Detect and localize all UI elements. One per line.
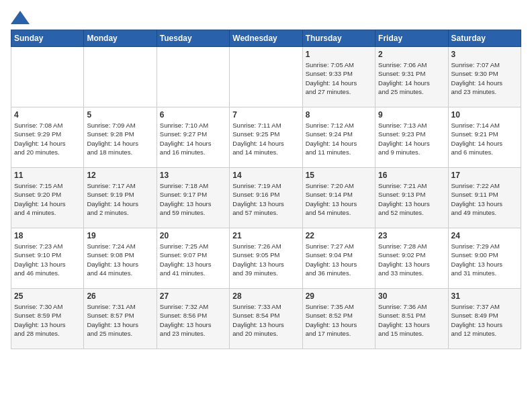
header-saturday: Saturday [448,30,521,47]
day-number: 7 [232,110,299,120]
calendar-cell: 29Sunrise: 7:35 AM Sunset: 8:52 PM Dayli… [302,289,375,349]
calendar-cell: 18Sunrise: 7:23 AM Sunset: 9:10 PM Dayli… [11,228,84,289]
day-number: 3 [451,50,518,59]
day-number: 9 [378,110,445,120]
header-tuesday: Tuesday [157,30,229,47]
day-info: Sunrise: 7:19 AM Sunset: 9:16 PM Dayligh… [232,181,299,217]
day-info: Sunrise: 7:18 AM Sunset: 9:17 PM Dayligh… [160,181,226,217]
day-number: 16 [378,171,445,180]
day-number: 12 [87,171,153,180]
calendar-cell: 5Sunrise: 7:09 AM Sunset: 9:28 PM Daylig… [84,107,157,168]
logo [11,11,32,24]
day-number: 30 [378,291,445,301]
calendar-cell: 20Sunrise: 7:25 AM Sunset: 9:07 PM Dayli… [157,228,229,289]
day-number: 29 [306,291,372,301]
day-info: Sunrise: 7:25 AM Sunset: 9:07 PM Dayligh… [160,242,226,277]
day-info: Sunrise: 7:21 AM Sunset: 9:13 PM Dayligh… [378,181,445,217]
calendar-cell: 27Sunrise: 7:32 AM Sunset: 8:56 PM Dayli… [157,289,229,349]
day-number: 13 [160,171,226,180]
calendar-cell: 2Sunrise: 7:06 AM Sunset: 9:31 PM Daylig… [375,47,448,107]
calendar-cell: 9Sunrise: 7:13 AM Sunset: 9:23 PM Daylig… [375,107,448,168]
calendar-cell: 16Sunrise: 7:21 AM Sunset: 9:13 PM Dayli… [375,168,448,228]
header [11,11,521,24]
day-number: 8 [306,110,372,120]
calendar-cell: 17Sunrise: 7:22 AM Sunset: 9:11 PM Dayli… [448,168,521,228]
day-info: Sunrise: 7:26 AM Sunset: 9:05 PM Dayligh… [232,242,299,277]
day-info: Sunrise: 7:12 AM Sunset: 9:24 PM Dayligh… [306,121,372,156]
day-number: 10 [451,110,518,120]
header-friday: Friday [375,30,448,47]
day-info: Sunrise: 7:30 AM Sunset: 8:59 PM Dayligh… [14,302,81,338]
day-info: Sunrise: 7:36 AM Sunset: 8:51 PM Dayligh… [378,302,445,338]
day-number: 23 [378,231,445,240]
calendar-cell: 15Sunrise: 7:20 AM Sunset: 9:14 PM Dayli… [302,168,375,228]
day-info: Sunrise: 7:17 AM Sunset: 9:19 PM Dayligh… [87,181,153,217]
calendar-cell: 31Sunrise: 7:37 AM Sunset: 8:49 PM Dayli… [448,289,521,349]
day-info: Sunrise: 7:07 AM Sunset: 9:30 PM Dayligh… [451,60,518,96]
day-info: Sunrise: 7:37 AM Sunset: 8:49 PM Dayligh… [451,302,518,338]
day-number: 6 [160,110,226,120]
calendar-week-row: 11Sunrise: 7:15 AM Sunset: 9:20 PM Dayli… [11,168,521,228]
calendar-cell: 14Sunrise: 7:19 AM Sunset: 9:16 PM Dayli… [230,168,302,228]
day-number: 22 [306,231,372,240]
calendar-cell: 6Sunrise: 7:10 AM Sunset: 9:27 PM Daylig… [157,107,229,168]
header-sunday: Sunday [11,30,84,47]
day-info: Sunrise: 7:11 AM Sunset: 9:25 PM Dayligh… [232,121,299,156]
day-number: 5 [87,110,153,120]
day-info: Sunrise: 7:05 AM Sunset: 9:33 PM Dayligh… [306,60,372,96]
calendar-cell: 23Sunrise: 7:28 AM Sunset: 9:02 PM Dayli… [375,228,448,289]
calendar-cell: 12Sunrise: 7:17 AM Sunset: 9:19 PM Dayli… [84,168,157,228]
calendar-cell: 22Sunrise: 7:27 AM Sunset: 9:04 PM Dayli… [302,228,375,289]
day-info: Sunrise: 7:27 AM Sunset: 9:04 PM Dayligh… [306,242,372,277]
day-info: Sunrise: 7:29 AM Sunset: 9:00 PM Dayligh… [451,242,518,277]
logo-icon [11,11,30,24]
calendar-week-row: 4Sunrise: 7:08 AM Sunset: 9:29 PM Daylig… [11,107,521,168]
day-number: 25 [14,291,81,301]
calendar-cell: 7Sunrise: 7:11 AM Sunset: 9:25 PM Daylig… [230,107,302,168]
day-number: 20 [160,231,226,240]
day-number: 2 [378,50,445,59]
day-info: Sunrise: 7:20 AM Sunset: 9:14 PM Dayligh… [306,181,372,217]
day-number: 31 [451,291,518,301]
calendar-cell: 25Sunrise: 7:30 AM Sunset: 8:59 PM Dayli… [11,289,84,349]
day-info: Sunrise: 7:13 AM Sunset: 9:23 PM Dayligh… [378,121,445,156]
day-info: Sunrise: 7:22 AM Sunset: 9:11 PM Dayligh… [451,181,518,217]
calendar-week-row: 1Sunrise: 7:05 AM Sunset: 9:33 PM Daylig… [11,47,521,107]
day-number: 1 [306,50,372,59]
day-info: Sunrise: 7:24 AM Sunset: 9:08 PM Dayligh… [87,242,153,277]
calendar-cell: 8Sunrise: 7:12 AM Sunset: 9:24 PM Daylig… [302,107,375,168]
day-info: Sunrise: 7:08 AM Sunset: 9:29 PM Dayligh… [14,121,81,156]
day-number: 15 [306,171,372,180]
calendar-cell: 28Sunrise: 7:33 AM Sunset: 8:54 PM Dayli… [230,289,302,349]
day-info: Sunrise: 7:31 AM Sunset: 8:57 PM Dayligh… [87,302,153,338]
day-number: 11 [14,171,81,180]
calendar-cell: 30Sunrise: 7:36 AM Sunset: 8:51 PM Dayli… [375,289,448,349]
calendar-cell [230,47,302,107]
calendar-cell: 21Sunrise: 7:26 AM Sunset: 9:05 PM Dayli… [230,228,302,289]
calendar-cell: 1Sunrise: 7:05 AM Sunset: 9:33 PM Daylig… [302,47,375,107]
day-number: 26 [87,291,153,301]
calendar-cell: 19Sunrise: 7:24 AM Sunset: 9:08 PM Dayli… [84,228,157,289]
calendar-cell: 3Sunrise: 7:07 AM Sunset: 9:30 PM Daylig… [448,47,521,107]
day-number: 24 [451,231,518,240]
day-number: 21 [232,231,299,240]
calendar-week-row: 18Sunrise: 7:23 AM Sunset: 9:10 PM Dayli… [11,228,521,289]
day-info: Sunrise: 7:15 AM Sunset: 9:20 PM Dayligh… [14,181,81,217]
header-thursday: Thursday [302,30,375,47]
day-number: 14 [232,171,299,180]
calendar-cell [157,47,229,107]
calendar-cell: 26Sunrise: 7:31 AM Sunset: 8:57 PM Dayli… [84,289,157,349]
svg-marker-0 [11,11,30,24]
calendar-cell: 11Sunrise: 7:15 AM Sunset: 9:20 PM Dayli… [11,168,84,228]
day-info: Sunrise: 7:35 AM Sunset: 8:52 PM Dayligh… [306,302,372,338]
day-info: Sunrise: 7:14 AM Sunset: 9:21 PM Dayligh… [451,121,518,156]
day-number: 19 [87,231,153,240]
header-monday: Monday [84,30,157,47]
day-number: 28 [232,291,299,301]
calendar-cell: 13Sunrise: 7:18 AM Sunset: 9:17 PM Dayli… [157,168,229,228]
day-number: 18 [14,231,81,240]
calendar-week-row: 25Sunrise: 7:30 AM Sunset: 8:59 PM Dayli… [11,289,521,349]
day-info: Sunrise: 7:28 AM Sunset: 9:02 PM Dayligh… [378,242,445,277]
calendar-cell: 4Sunrise: 7:08 AM Sunset: 9:29 PM Daylig… [11,107,84,168]
day-info: Sunrise: 7:09 AM Sunset: 9:28 PM Dayligh… [87,121,153,156]
